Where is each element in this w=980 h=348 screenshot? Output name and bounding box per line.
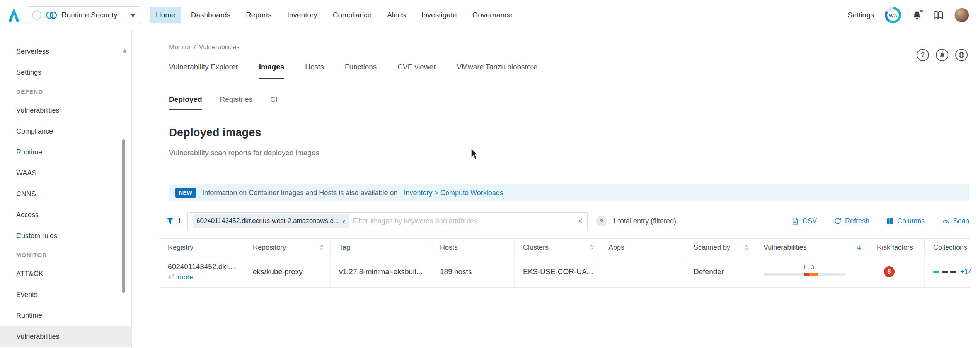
column-header-tag[interactable]: Tag bbox=[331, 239, 431, 256]
help-icon[interactable]: ? bbox=[917, 49, 929, 61]
sidebar-item-settings[interactable]: Settings bbox=[0, 62, 131, 83]
breadcrumb-monitor[interactable]: Monitor bbox=[169, 43, 191, 51]
collection-swatch-dark-2[interactable] bbox=[950, 271, 956, 273]
prisma-cloud-logo[interactable] bbox=[7, 7, 21, 24]
nav-item-investigate[interactable]: Investigate bbox=[416, 7, 463, 23]
filter-chip-label: 602401143452.dkr.ecr.us-west-2.amazonaws… bbox=[196, 217, 339, 225]
nav-item-governance[interactable]: Governance bbox=[467, 7, 518, 23]
sidebar-item-custom-rules[interactable]: Custom rules bbox=[0, 225, 131, 246]
page-utility-icons: ? bbox=[917, 49, 968, 61]
topbar-right: Settings 60% bbox=[847, 7, 969, 23]
cell-apps bbox=[600, 256, 685, 287]
banner-text: Information on Container Images and Host… bbox=[202, 189, 397, 197]
tab-images[interactable]: Images bbox=[259, 63, 284, 79]
column-header-registry[interactable]: Registry bbox=[159, 239, 244, 256]
nav-item-alerts[interactable]: Alerts bbox=[381, 7, 412, 23]
sidebar-item-access[interactable]: Access bbox=[0, 204, 131, 225]
filter-help-icon[interactable]: ? bbox=[596, 216, 607, 226]
column-header-repository[interactable]: Repository bbox=[244, 239, 331, 256]
column-header-scanned-by[interactable]: Scanned by bbox=[685, 239, 755, 256]
mouse-cursor bbox=[470, 148, 481, 162]
refresh-label: Refresh bbox=[845, 217, 869, 225]
tab-hosts[interactable]: Hosts bbox=[305, 63, 324, 79]
tab-functions[interactable]: Functions bbox=[345, 63, 377, 79]
filter-chip-registry[interactable]: 602401143452.dkr.ecr.us-west-2.amazonaws… bbox=[193, 214, 349, 228]
subtab-ci[interactable]: CI bbox=[270, 95, 278, 110]
nav-item-inventory[interactable]: Inventory bbox=[281, 7, 323, 23]
risk-factors-badge[interactable]: 8 bbox=[884, 266, 895, 277]
filter-chip-remove-icon[interactable]: x bbox=[342, 218, 345, 225]
sort-icon-repository[interactable] bbox=[319, 244, 325, 250]
column-header-hosts[interactable]: Hosts bbox=[431, 239, 515, 256]
csv-export-button[interactable]: CSV bbox=[791, 217, 817, 225]
filter-input-container[interactable]: 602401143452.dkr.ecr.us-west-2.amazonaws… bbox=[187, 212, 588, 230]
cell-hosts: 189 hosts bbox=[431, 256, 515, 287]
settings-link[interactable]: Settings bbox=[847, 11, 874, 19]
usage-gauge[interactable]: 60% bbox=[885, 7, 901, 23]
columns-button[interactable]: Columns bbox=[886, 217, 925, 225]
resources-globe-icon[interactable] bbox=[955, 49, 968, 61]
column-header-vulnerabilities[interactable]: Vulnerabilities bbox=[755, 239, 868, 256]
nav-item-home[interactable]: Home bbox=[150, 7, 181, 23]
chevron-down-icon[interactable]: ▾ bbox=[126, 9, 135, 21]
column-header-risk-factors[interactable]: Risk factors bbox=[868, 239, 925, 256]
filter-search-input[interactable] bbox=[353, 217, 574, 225]
subtab-deployed[interactable]: Deployed bbox=[169, 95, 202, 110]
documentation-book-icon[interactable] bbox=[933, 10, 944, 20]
sidebar-item-serverless[interactable]: Serverless bbox=[0, 41, 131, 62]
sidebar-item-vulnerabilities-monitor[interactable]: Vulnerabilities bbox=[0, 326, 131, 347]
table-row[interactable]: 602401143452.dkr.... +1 more eks/kube-pr… bbox=[159, 256, 970, 288]
breadcrumb-vulnerabilities[interactable]: Vulnerabilities bbox=[199, 43, 239, 51]
hosts-value[interactable]: 189 hosts bbox=[440, 267, 472, 276]
vulnerability-distribution[interactable]: 1 3 bbox=[764, 264, 845, 280]
registry-more-link[interactable]: +1 more bbox=[168, 273, 194, 281]
sidebar-scrollbar[interactable] bbox=[122, 139, 125, 293]
table-actions: CSV Refresh Columns Scan bbox=[791, 217, 969, 225]
sort-icon-clusters[interactable] bbox=[588, 244, 594, 250]
high-count: 3 bbox=[811, 264, 814, 270]
filter-clear-icon[interactable]: × bbox=[578, 217, 583, 226]
subtab-registries[interactable]: Registries bbox=[220, 95, 252, 110]
vulnerability-bar[interactable] bbox=[764, 273, 845, 276]
user-avatar[interactable] bbox=[954, 8, 969, 22]
sidebar-scroll-up-icon[interactable]: ▲ bbox=[123, 47, 127, 53]
breadcrumb-separator: / bbox=[194, 43, 196, 51]
sidebar-item-vulnerabilities-defend[interactable]: Vulnerabilities bbox=[0, 100, 131, 121]
sidebar-item-runtime-defend[interactable]: Runtime bbox=[0, 142, 131, 163]
active-filter-count: 1 bbox=[177, 217, 181, 225]
banner-link-compute-workloads[interactable]: Inventory > Compute Workloads bbox=[404, 189, 503, 197]
collection-swatch-dark-1[interactable] bbox=[942, 271, 948, 273]
top-bar: Runtime Security ▾ Home Dashboards Repor… bbox=[0, 0, 980, 30]
refresh-button[interactable]: Refresh bbox=[834, 217, 869, 225]
nav-item-compliance[interactable]: Compliance bbox=[327, 7, 377, 23]
cell-repository: eks/kube-proxy bbox=[244, 256, 331, 287]
alerts-bell-icon[interactable] bbox=[936, 49, 948, 61]
scan-button[interactable]: Scan bbox=[942, 217, 969, 225]
page-title: Deployed images bbox=[169, 126, 261, 139]
nav-item-reports[interactable]: Reports bbox=[240, 7, 278, 23]
tab-vmware-tanzu-blobstore[interactable]: VMware Tanzu blobstore bbox=[457, 63, 538, 79]
tab-vulnerability-explorer[interactable]: Vulnerability Explorer bbox=[169, 63, 238, 79]
sidebar: Serverless Settings DEFEND Vulnerabiliti… bbox=[0, 30, 132, 348]
notifications-bell-icon[interactable] bbox=[912, 10, 922, 20]
collections-more-link[interactable]: +14 bbox=[960, 268, 972, 276]
collection-swatch-teal[interactable] bbox=[933, 271, 939, 273]
nav-item-dashboards[interactable]: Dashboards bbox=[185, 7, 236, 23]
column-header-collections[interactable]: Collections bbox=[925, 239, 970, 256]
usage-gauge-value: 60% bbox=[887, 9, 899, 21]
sidebar-section-monitor: MONITOR bbox=[0, 246, 131, 263]
sort-icon-scanned-by[interactable] bbox=[743, 244, 749, 250]
filter-funnel-icon[interactable] bbox=[166, 217, 174, 225]
sidebar-item-runtime-monitor[interactable]: Runtime bbox=[0, 305, 131, 326]
sidebar-item-cnns[interactable]: CNNS bbox=[0, 183, 131, 204]
sidebar-item-events[interactable]: Events bbox=[0, 284, 131, 305]
tab-cve-viewer[interactable]: CVE viewer bbox=[397, 63, 436, 79]
column-header-apps[interactable]: Apps bbox=[600, 239, 685, 256]
sidebar-item-compliance[interactable]: Compliance bbox=[0, 121, 131, 142]
product-switcher[interactable]: Runtime Security ▾ bbox=[27, 6, 140, 24]
sidebar-item-waas[interactable]: WAAS bbox=[0, 163, 131, 183]
registry-value[interactable]: 602401143452.dkr.... bbox=[168, 262, 236, 271]
sort-desc-icon-vulnerabilities[interactable] bbox=[856, 244, 862, 251]
column-header-clusters[interactable]: Clusters bbox=[515, 239, 600, 256]
sidebar-item-attack[interactable]: ATT&CK bbox=[0, 263, 131, 284]
